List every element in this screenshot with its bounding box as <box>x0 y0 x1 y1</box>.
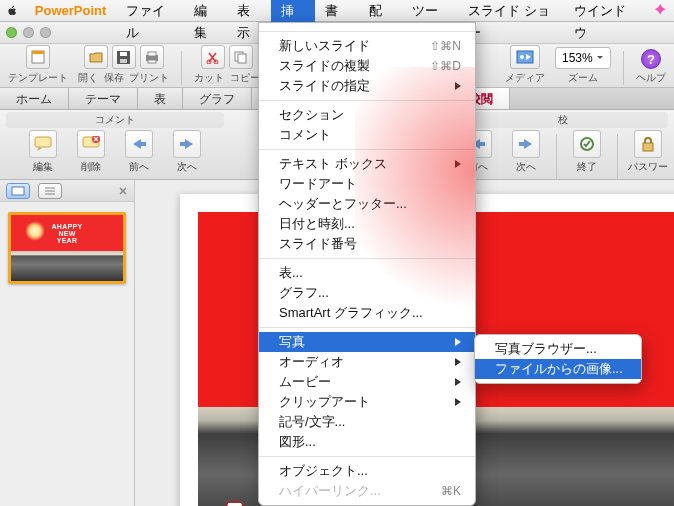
menu-item[interactable]: ヘッダーとフッター... <box>259 194 475 214</box>
copy-button[interactable] <box>229 45 253 69</box>
comment-delete-button[interactable]: 削除 <box>71 130 111 174</box>
svg-rect-6 <box>148 52 156 56</box>
comment-edit-button[interactable]: 編集 <box>23 130 63 174</box>
ribbon-group-comment-header: コメント <box>6 112 224 128</box>
zoom-button[interactable] <box>40 27 51 38</box>
review-next-button[interactable]: 次へ <box>506 130 546 174</box>
status-icon <box>652 2 668 20</box>
open-button[interactable] <box>84 45 108 69</box>
ribbon-group-review-header: 校 <box>458 112 668 128</box>
menu-item[interactable]: コメント <box>259 125 475 145</box>
submenu-item[interactable]: 写真ブラウザー... <box>475 339 641 359</box>
traffic-lights[interactable] <box>6 27 51 38</box>
menu-item: ハイパーリンク...⌘K <box>259 481 475 501</box>
svg-rect-1 <box>32 51 44 54</box>
menubar-item-4[interactable]: 書式 <box>315 0 359 22</box>
outline-view-button[interactable] <box>38 183 62 199</box>
menubar-item-8[interactable]: ウインドウ <box>564 0 643 22</box>
menubar-item-6[interactable]: ツール <box>402 0 458 22</box>
svg-rect-3 <box>120 52 127 56</box>
ribbon-tab-3[interactable]: グラフ <box>183 88 252 109</box>
media-button[interactable] <box>510 45 540 69</box>
save-button[interactable] <box>112 45 136 69</box>
close-button[interactable] <box>6 27 17 38</box>
menu-item[interactable]: ワードアート <box>259 174 475 194</box>
review-password-button[interactable]: パスワー <box>628 130 668 174</box>
svg-rect-19 <box>12 187 24 195</box>
menu-item[interactable]: 記号/文字... <box>259 412 475 432</box>
menu-item[interactable]: スライド番号 <box>259 234 475 254</box>
menu-item[interactable]: SmartArt グラフィック... <box>259 303 475 323</box>
cut-button[interactable] <box>201 45 225 69</box>
svg-rect-11 <box>238 54 246 63</box>
template-label: テンプレート <box>8 71 68 85</box>
svg-rect-4 <box>120 59 127 63</box>
minimize-button[interactable] <box>23 27 34 38</box>
menubar-item-7[interactable]: スライド ショー <box>458 0 564 22</box>
zoom-select[interactable]: 153% <box>555 47 611 69</box>
menu-item[interactable]: スライドの複製⇧⌘D <box>259 56 475 76</box>
print-button[interactable] <box>140 45 164 69</box>
submenu-item[interactable]: ファイルからの画像... <box>475 359 641 379</box>
svg-point-13 <box>520 55 524 59</box>
menu-item[interactable]: テキスト ボックス <box>259 154 475 174</box>
menu-item[interactable]: オブジェクト... <box>259 461 475 481</box>
menu-item[interactable]: 図形... <box>259 432 475 452</box>
menu-item[interactable]: セクション <box>259 105 475 125</box>
menubar-app[interactable]: PowerPoint <box>25 0 117 22</box>
menu-item[interactable]: オーディオ <box>259 352 475 372</box>
ribbon-tab-0[interactable]: ホーム <box>0 88 69 109</box>
menu-item[interactable]: 新しいスライド⇧⌘N <box>259 36 475 56</box>
svg-rect-7 <box>148 60 156 63</box>
zoom-label: ズーム <box>568 71 598 85</box>
svg-rect-18 <box>643 143 653 151</box>
menubar-item-2[interactable]: 表示 <box>227 0 271 22</box>
panel-switcher <box>0 180 134 202</box>
help-button[interactable]: ? <box>641 49 661 69</box>
menubar-item-5[interactable]: 配置 <box>359 0 403 22</box>
menu-item[interactable]: 日付と時刻... <box>259 214 475 234</box>
comment-prev-button[interactable]: 前へ <box>119 130 159 174</box>
ribbon-tab-2[interactable]: 表 <box>138 88 183 109</box>
menu-item[interactable]: スライドの指定 <box>259 76 475 96</box>
template-button[interactable] <box>26 45 50 69</box>
media-label: メディア <box>505 71 545 85</box>
slide-thumbnail-1[interactable]: AHAPPY NEW YEAR <box>8 212 126 284</box>
photo-submenu: 写真ブラウザー...ファイルからの画像... <box>474 334 642 384</box>
slide-panel: AHAPPY NEW YEAR <box>0 180 135 506</box>
comment-next-button[interactable]: 次へ <box>167 130 207 174</box>
review-end-button[interactable]: 終了 <box>567 130 607 174</box>
menubar-item-1[interactable]: 編集 <box>184 0 228 22</box>
svg-rect-14 <box>35 137 51 147</box>
thumbnails-view-button[interactable] <box>6 183 30 199</box>
menu-item[interactable]: 表... <box>259 263 475 283</box>
menubar-item-3[interactable]: 挿入 <box>271 0 315 22</box>
menu-item[interactable]: グラフ... <box>259 283 475 303</box>
mac-menubar: PowerPoint ファイル編集表示挿入書式配置ツールスライド ショーウインド… <box>0 0 674 22</box>
menu-item[interactable]: 写真 <box>259 332 475 352</box>
menu-item[interactable]: ムービー <box>259 372 475 392</box>
ribbon-tab-1[interactable]: テーマ <box>69 88 138 109</box>
menu-item[interactable]: クリップアート <box>259 392 475 412</box>
apple-icon <box>6 4 19 18</box>
close-panel-icon[interactable] <box>118 186 128 196</box>
menubar-item-0[interactable]: ファイル <box>116 0 183 22</box>
insert-menu: 新しいスライド⇧⌘Nスライドの複製⇧⌘Dスライドの指定セクションコメントテキスト… <box>258 22 476 506</box>
help-label: ヘルプ <box>636 71 666 85</box>
